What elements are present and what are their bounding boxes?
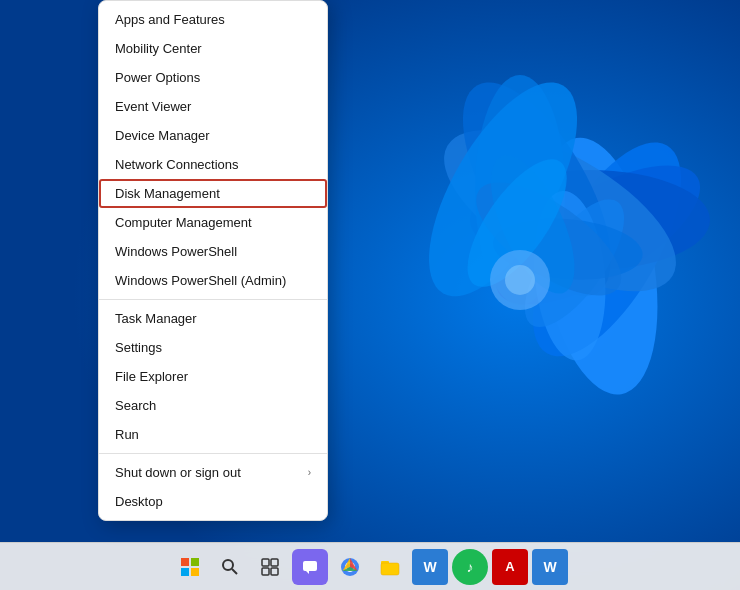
menu-item-event-viewer[interactable]: Event Viewer xyxy=(99,92,327,121)
menu-item-windows-powershell-admin[interactable]: Windows PowerShell (Admin) xyxy=(99,266,327,295)
menu-item-label: Power Options xyxy=(115,70,200,85)
submenu-arrow-icon: › xyxy=(308,467,311,478)
file-explorer-button[interactable] xyxy=(372,549,408,585)
menu-item-label: Windows PowerShell (Admin) xyxy=(115,273,286,288)
menu-item-label: Settings xyxy=(115,340,162,355)
menu-item-label: Shut down or sign out xyxy=(115,465,241,480)
task-view-button[interactable] xyxy=(252,549,288,585)
svg-rect-21 xyxy=(191,568,199,576)
svg-point-17 xyxy=(505,265,535,295)
menu-item-label: Windows PowerShell xyxy=(115,244,237,259)
chat-button[interactable] xyxy=(292,549,328,585)
word-button[interactable]: W xyxy=(412,549,448,585)
menu-item-task-manager[interactable]: Task Manager xyxy=(99,304,327,333)
menu-separator xyxy=(99,299,327,300)
spotify-button[interactable]: ♪ xyxy=(452,549,488,585)
menu-item-settings[interactable]: Settings xyxy=(99,333,327,362)
svg-rect-27 xyxy=(271,568,278,575)
menu-item-label: Device Manager xyxy=(115,128,210,143)
menu-item-mobility-center[interactable]: Mobility Center xyxy=(99,34,327,63)
menu-item-disk-management[interactable]: Disk Management xyxy=(99,179,327,208)
acrobat-button[interactable]: A xyxy=(492,549,528,585)
svg-point-22 xyxy=(223,560,233,570)
menu-item-label: Disk Management xyxy=(115,186,220,201)
menu-item-label: File Explorer xyxy=(115,369,188,384)
context-menu: Apps and FeaturesMobility CenterPower Op… xyxy=(98,0,328,521)
menu-item-device-manager[interactable]: Device Manager xyxy=(99,121,327,150)
menu-item-label: Mobility Center xyxy=(115,41,202,56)
menu-item-shut-down-sign-out[interactable]: Shut down or sign out› xyxy=(99,458,327,487)
menu-separator xyxy=(99,453,327,454)
svg-rect-20 xyxy=(181,568,189,576)
menu-item-windows-powershell[interactable]: Windows PowerShell xyxy=(99,237,327,266)
menu-item-desktop[interactable]: Desktop xyxy=(99,487,327,516)
svg-rect-25 xyxy=(271,559,278,566)
word2-button[interactable]: W xyxy=(532,549,568,585)
menu-item-label: Search xyxy=(115,398,156,413)
menu-item-power-options[interactable]: Power Options xyxy=(99,63,327,92)
start-button[interactable] xyxy=(172,549,208,585)
menu-item-label: Event Viewer xyxy=(115,99,191,114)
svg-marker-29 xyxy=(306,571,309,574)
menu-item-file-explorer[interactable]: File Explorer xyxy=(99,362,327,391)
svg-rect-24 xyxy=(262,559,269,566)
menu-item-run[interactable]: Run xyxy=(99,420,327,449)
menu-item-search[interactable]: Search xyxy=(99,391,327,420)
menu-item-computer-management[interactable]: Computer Management xyxy=(99,208,327,237)
search-taskbar-button[interactable] xyxy=(212,549,248,585)
chrome-button[interactable] xyxy=(332,549,368,585)
menu-item-network-connections[interactable]: Network Connections xyxy=(99,150,327,179)
menu-item-label: Task Manager xyxy=(115,311,197,326)
menu-item-label: Network Connections xyxy=(115,157,239,172)
menu-item-label: Computer Management xyxy=(115,215,252,230)
svg-rect-28 xyxy=(303,561,317,571)
svg-line-23 xyxy=(232,569,237,574)
menu-item-label: Desktop xyxy=(115,494,163,509)
menu-item-apps-features[interactable]: Apps and Features xyxy=(99,5,327,34)
menu-item-label: Apps and Features xyxy=(115,12,225,27)
menu-item-label: Run xyxy=(115,427,139,442)
svg-rect-26 xyxy=(262,568,269,575)
svg-rect-19 xyxy=(191,558,199,566)
taskbar: W ♪ A W xyxy=(0,542,740,590)
svg-rect-18 xyxy=(181,558,189,566)
desktop: Apps and FeaturesMobility CenterPower Op… xyxy=(0,0,740,590)
